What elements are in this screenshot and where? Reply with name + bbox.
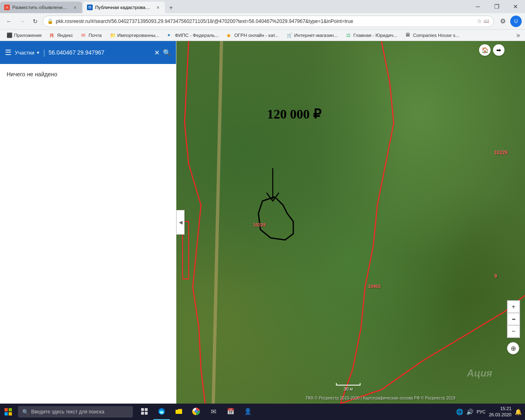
bookmark-mail[interactable]: ✉ Почта xyxy=(78,31,105,40)
tray-date: 26.03.2020 xyxy=(489,412,511,418)
new-tab-button[interactable]: + xyxy=(166,2,176,13)
bookmarks-bar: ⬛ Приложения Я Яндекс ✉ Почта 📁 Импортир… xyxy=(0,30,525,41)
tray-notification-icon[interactable]: 🔔 xyxy=(515,409,522,415)
tray-network-icon[interactable]: 🌐 xyxy=(456,409,463,415)
tab1-close[interactable]: ✕ xyxy=(72,5,78,10)
taskbar-task-view[interactable] xyxy=(136,404,153,420)
bookmark-ch-label: Companies House s... xyxy=(413,33,459,38)
lock-icon: 🔒 xyxy=(47,18,53,24)
bookmark-imported[interactable]: 📁 Импортированны... xyxy=(107,31,162,40)
bookmark-star-icon[interactable]: ☆ xyxy=(477,18,482,24)
zoom-out-button[interactable]: − xyxy=(507,325,520,338)
reload-button[interactable]: ↻ xyxy=(30,16,41,27)
parcel-label-9: 9 xyxy=(494,273,497,279)
zoom-in-button[interactable]: + xyxy=(507,301,520,313)
address-bar[interactable]: 🔒 pkk.rosreestr.ru/#/search/56.040273713… xyxy=(43,16,494,27)
bookmark-fips-icon: ● xyxy=(167,32,173,38)
taskbar-chrome-button[interactable] xyxy=(188,404,204,420)
svg-rect-8 xyxy=(145,408,148,411)
bookmark-ogrn[interactable]: ◆ ОГРН онлайн - кат... xyxy=(224,31,282,40)
taskbar-search-icon: 🔍 xyxy=(22,409,29,415)
back-button[interactable]: ← xyxy=(3,16,15,27)
taskbar-explorer-button[interactable] xyxy=(171,404,187,420)
address-text: pkk.rosreestr.ru/#/search/56.04027371395… xyxy=(56,18,475,24)
bookmark-ogrn-icon: ◆ xyxy=(227,32,233,38)
profile-avatar[interactable]: U xyxy=(510,16,522,27)
tab2-label: Публичная кадастровая карта xyxy=(95,5,153,10)
profile-area: ⚙ U xyxy=(495,16,522,27)
address-icons: ☆ 📖 xyxy=(477,18,489,24)
map-collapse-button[interactable]: ◀ xyxy=(176,210,185,235)
close-button[interactable]: ✕ xyxy=(506,0,525,13)
bookmark-apps-icon: ⬛ xyxy=(7,32,12,38)
search-category[interactable]: Участки ▼ xyxy=(15,50,40,56)
search-input[interactable] xyxy=(48,49,151,56)
taskbar-tray: 🌐 🔊 РУС 15:21 26.03.2020 🔔 xyxy=(453,406,525,418)
scale-line xyxy=(336,383,361,386)
menu-icon[interactable]: ☰ xyxy=(5,48,11,57)
bookmarks-more-button[interactable]: » xyxy=(515,32,522,39)
parcel-label-10229-mid: 10229 xyxy=(253,222,266,227)
bookmark-legal[interactable]: ⚖ Главная - Юридич... xyxy=(343,31,401,40)
tray-volume-icon[interactable]: 🔊 xyxy=(466,409,473,415)
map-svg-overlay xyxy=(176,41,525,404)
compass-button[interactable]: ⊕ xyxy=(507,342,519,354)
scale-bar: 30 м xyxy=(336,383,361,391)
maximize-button[interactable]: ❐ xyxy=(487,0,506,13)
bookmark-yandex-icon: Я xyxy=(50,32,55,38)
svg-rect-4 xyxy=(9,408,12,411)
taskbar: 🔍 Введите здесь текст для поиска xyxy=(0,404,525,420)
taskbar-calendar-button[interactable]: 📅 xyxy=(222,404,239,420)
taskbar-person-button[interactable]: 👤 xyxy=(240,404,256,420)
tray-language[interactable]: РУС xyxy=(477,409,486,414)
taskbar-search-placeholder: Введите здесь текст для поиска xyxy=(31,409,104,415)
bookmark-ogrn-label: ОГРН онлайн - кат... xyxy=(234,33,278,38)
svg-rect-5 xyxy=(5,412,8,415)
handwritten-price: 120 000 ₽ xyxy=(267,106,321,122)
svg-rect-3 xyxy=(5,408,8,411)
svg-rect-10 xyxy=(145,412,148,415)
svg-rect-9 xyxy=(141,412,144,415)
bookmark-apps[interactable]: ⬛ Приложения xyxy=(3,31,45,40)
tab2-close[interactable]: ✕ xyxy=(155,5,161,10)
bookmark-legal-label: Главная - Юридич... xyxy=(354,33,397,38)
bookmark-fips[interactable]: ● ФИПС - Федераль... xyxy=(164,31,222,40)
map-background xyxy=(176,41,525,404)
reader-mode-icon[interactable]: 📖 xyxy=(484,18,489,24)
taskbar-search-bar[interactable]: 🔍 Введите здесь текст для поиска xyxy=(18,406,133,418)
bookmark-yandex-label: Яндекс xyxy=(57,33,73,38)
bookmark-yandex[interactable]: Я Яндекс xyxy=(46,31,76,40)
bookmark-imported-label: Импортированны... xyxy=(117,33,159,38)
map-controls: + ••• − ⊕ xyxy=(507,300,520,354)
bookmark-apps-label: Приложения xyxy=(14,33,41,38)
tab-avito[interactable]: A Разместить объявление о прод... ✕ xyxy=(0,2,82,13)
bookmark-imported-icon: 📁 xyxy=(110,32,116,38)
more-layers-button[interactable]: ••• xyxy=(507,313,520,325)
tray-clock[interactable]: 15:21 26.03.2020 xyxy=(489,406,511,418)
chevron-down-icon: ▼ xyxy=(36,50,40,55)
search-go-icon[interactable]: 🔍 xyxy=(163,49,171,57)
print-button[interactable]: ➡ xyxy=(493,44,504,56)
taskbar-mail-button[interactable]: ✉ xyxy=(205,404,221,420)
tab-pkk[interactable]: П Публичная кадастровая карта ✕ xyxy=(83,2,165,13)
svg-line-2 xyxy=(213,41,221,404)
svg-rect-7 xyxy=(141,408,144,411)
svg-rect-6 xyxy=(9,412,12,415)
bookmark-companies-house[interactable]: 🏛 Companies House s... xyxy=(402,31,463,40)
parcel-label-10902: 10902 xyxy=(368,284,381,289)
map-area[interactable]: ◀ 10229 10229 10902 9 120 000 ₽ 30 м ПКК… xyxy=(176,41,525,404)
bookmark-shop[interactable]: 🛒 Интернет-магазин... xyxy=(283,31,341,40)
bookmark-legal-icon: ⚖ xyxy=(346,32,352,38)
extensions-icon[interactable]: ⚙ xyxy=(497,16,509,27)
zoom-controls: + ••• − xyxy=(507,300,520,338)
search-clear-icon[interactable]: ✕ xyxy=(154,49,160,57)
map-copyright: ПКК © Росреестр 2010-2020 | Картографиче… xyxy=(306,396,456,400)
taskbar-edge-button[interactable] xyxy=(153,404,170,420)
bookmark-fips-label: ФИПС - Федераль... xyxy=(175,33,219,38)
share-button[interactable]: 🏠 xyxy=(479,44,491,56)
forward-button[interactable]: → xyxy=(16,16,28,27)
start-button[interactable] xyxy=(0,404,16,420)
tab1-favicon: A xyxy=(4,5,10,10)
tray-time: 15:21 xyxy=(489,406,511,412)
minimize-button[interactable]: ─ xyxy=(468,0,487,13)
